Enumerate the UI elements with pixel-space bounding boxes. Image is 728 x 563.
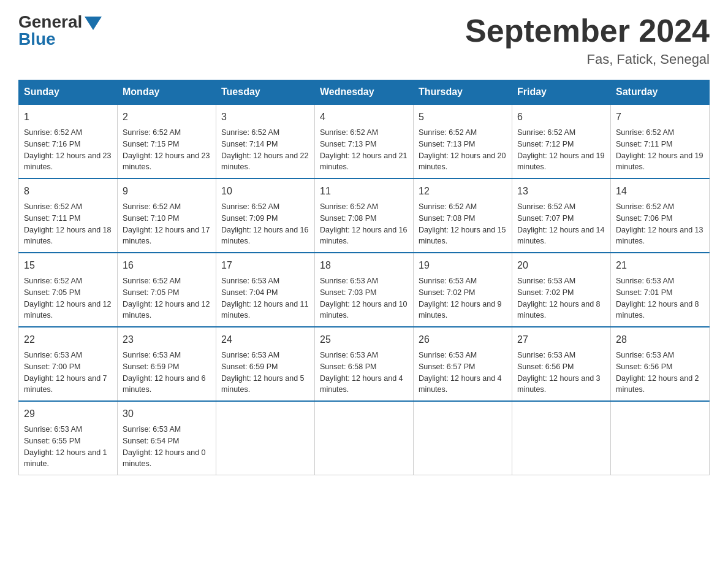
- day-info: Sunrise: 6:52 AMSunset: 7:05 PMDaylight:…: [123, 275, 211, 321]
- day-number: 29: [24, 407, 112, 421]
- day-info: Sunrise: 6:52 AMSunset: 7:12 PMDaylight:…: [517, 127, 605, 173]
- day-info: Sunrise: 6:52 AMSunset: 7:15 PMDaylight:…: [123, 127, 211, 173]
- calendar-cell: 28Sunrise: 6:53 AMSunset: 6:56 PMDayligh…: [611, 327, 710, 401]
- calendar-cell: 3Sunrise: 6:52 AMSunset: 7:14 PMDaylight…: [216, 104, 315, 178]
- day-number: 19: [419, 258, 507, 273]
- location-subtitle: Fas, Fatick, Senegal: [465, 52, 710, 67]
- day-info: Sunrise: 6:52 AMSunset: 7:07 PMDaylight:…: [517, 201, 605, 247]
- logo: General Blue: [18, 12, 102, 49]
- day-info: Sunrise: 6:52 AMSunset: 7:10 PMDaylight:…: [123, 201, 211, 247]
- page-header: General Blue September 2024 Fas, Fatick,…: [18, 12, 710, 67]
- calendar-cell: 1Sunrise: 6:52 AMSunset: 7:16 PMDaylight…: [19, 104, 118, 178]
- day-number: 3: [221, 110, 309, 124]
- calendar-cell: 4Sunrise: 6:52 AMSunset: 7:13 PMDaylight…: [315, 104, 414, 178]
- weekday-header-thursday: Thursday: [414, 80, 512, 105]
- calendar-cell: 25Sunrise: 6:53 AMSunset: 6:58 PMDayligh…: [315, 327, 414, 401]
- day-info: Sunrise: 6:52 AMSunset: 7:13 PMDaylight:…: [419, 127, 507, 173]
- day-number: 21: [616, 258, 704, 273]
- day-number: 27: [517, 332, 605, 347]
- calendar-cell: 11Sunrise: 6:52 AMSunset: 7:08 PMDayligh…: [315, 178, 414, 253]
- day-number: 17: [221, 258, 309, 273]
- day-info: Sunrise: 6:53 AMSunset: 7:03 PMDaylight:…: [320, 275, 408, 321]
- calendar-cell: 18Sunrise: 6:53 AMSunset: 7:03 PMDayligh…: [315, 253, 414, 327]
- day-info: Sunrise: 6:52 AMSunset: 7:08 PMDaylight:…: [320, 201, 408, 247]
- day-number: 15: [24, 258, 112, 273]
- day-info: Sunrise: 6:53 AMSunset: 7:02 PMDaylight:…: [517, 275, 605, 321]
- day-number: 30: [123, 407, 211, 421]
- calendar-cell: 15Sunrise: 6:52 AMSunset: 7:05 PMDayligh…: [19, 253, 118, 327]
- day-number: 23: [123, 332, 211, 347]
- day-info: Sunrise: 6:52 AMSunset: 7:13 PMDaylight:…: [320, 127, 408, 173]
- calendar-cell: 13Sunrise: 6:52 AMSunset: 7:07 PMDayligh…: [512, 178, 611, 253]
- day-info: Sunrise: 6:52 AMSunset: 7:16 PMDaylight:…: [24, 127, 112, 173]
- day-number: 22: [24, 332, 112, 347]
- calendar-cell: 6Sunrise: 6:52 AMSunset: 7:12 PMDaylight…: [512, 104, 611, 178]
- calendar-cell: [512, 401, 611, 475]
- calendar-cell: 27Sunrise: 6:53 AMSunset: 6:56 PMDayligh…: [512, 327, 611, 401]
- day-info: Sunrise: 6:53 AMSunset: 7:01 PMDaylight:…: [616, 275, 704, 321]
- week-row-3: 15Sunrise: 6:52 AMSunset: 7:05 PMDayligh…: [19, 253, 710, 327]
- day-info: Sunrise: 6:52 AMSunset: 7:11 PMDaylight:…: [24, 201, 112, 247]
- day-number: 5: [419, 110, 507, 124]
- day-info: Sunrise: 6:52 AMSunset: 7:11 PMDaylight:…: [616, 127, 704, 173]
- day-number: 9: [123, 184, 211, 199]
- calendar-cell: 24Sunrise: 6:53 AMSunset: 6:59 PMDayligh…: [216, 327, 315, 401]
- calendar-cell: 21Sunrise: 6:53 AMSunset: 7:01 PMDayligh…: [611, 253, 710, 327]
- day-number: 8: [24, 184, 112, 199]
- calendar-cell: 20Sunrise: 6:53 AMSunset: 7:02 PMDayligh…: [512, 253, 611, 327]
- calendar-cell: [216, 401, 315, 475]
- day-info: Sunrise: 6:53 AMSunset: 6:56 PMDaylight:…: [517, 350, 605, 396]
- weekday-header-tuesday: Tuesday: [216, 80, 315, 105]
- day-info: Sunrise: 6:53 AMSunset: 6:59 PMDaylight:…: [221, 350, 309, 396]
- calendar-cell: [315, 401, 414, 475]
- week-row-1: 1Sunrise: 6:52 AMSunset: 7:16 PMDaylight…: [19, 104, 710, 178]
- calendar-cell: [611, 401, 710, 475]
- day-number: 4: [320, 110, 408, 124]
- day-info: Sunrise: 6:53 AMSunset: 7:02 PMDaylight:…: [419, 275, 507, 321]
- calendar-cell: [414, 401, 512, 475]
- weekday-header-row: SundayMondayTuesdayWednesdayThursdayFrid…: [19, 80, 710, 105]
- day-info: Sunrise: 6:53 AMSunset: 7:04 PMDaylight:…: [221, 275, 309, 321]
- weekday-header-saturday: Saturday: [611, 80, 710, 105]
- day-number: 13: [517, 184, 605, 199]
- calendar-cell: 29Sunrise: 6:53 AMSunset: 6:55 PMDayligh…: [19, 401, 118, 475]
- calendar-cell: 19Sunrise: 6:53 AMSunset: 7:02 PMDayligh…: [414, 253, 512, 327]
- week-row-4: 22Sunrise: 6:53 AMSunset: 7:00 PMDayligh…: [19, 327, 710, 401]
- day-info: Sunrise: 6:53 AMSunset: 6:55 PMDaylight:…: [24, 424, 112, 470]
- day-number: 24: [221, 332, 309, 347]
- calendar-cell: 8Sunrise: 6:52 AMSunset: 7:11 PMDaylight…: [19, 178, 118, 253]
- weekday-header-friday: Friday: [512, 80, 611, 105]
- calendar-cell: 14Sunrise: 6:52 AMSunset: 7:06 PMDayligh…: [611, 178, 710, 253]
- day-number: 14: [616, 184, 704, 199]
- day-number: 18: [320, 258, 408, 273]
- calendar-cell: 10Sunrise: 6:52 AMSunset: 7:09 PMDayligh…: [216, 178, 315, 253]
- calendar-cell: 17Sunrise: 6:53 AMSunset: 7:04 PMDayligh…: [216, 253, 315, 327]
- calendar-cell: 22Sunrise: 6:53 AMSunset: 7:00 PMDayligh…: [19, 327, 118, 401]
- calendar-cell: 7Sunrise: 6:52 AMSunset: 7:11 PMDaylight…: [611, 104, 710, 178]
- day-info: Sunrise: 6:52 AMSunset: 7:06 PMDaylight:…: [616, 201, 704, 247]
- day-number: 25: [320, 332, 408, 347]
- weekday-header-wednesday: Wednesday: [315, 80, 414, 105]
- month-title: September 2024: [465, 12, 710, 49]
- day-number: 16: [123, 258, 211, 273]
- day-info: Sunrise: 6:53 AMSunset: 7:00 PMDaylight:…: [24, 350, 112, 396]
- day-info: Sunrise: 6:53 AMSunset: 6:57 PMDaylight:…: [419, 350, 507, 396]
- weekday-header-sunday: Sunday: [19, 80, 118, 105]
- logo-triangle-icon: [85, 17, 102, 30]
- day-number: 20: [517, 258, 605, 273]
- day-number: 11: [320, 184, 408, 199]
- day-number: 6: [517, 110, 605, 124]
- day-info: Sunrise: 6:52 AMSunset: 7:08 PMDaylight:…: [419, 201, 507, 247]
- logo-blue-text: Blue: [18, 29, 56, 49]
- day-info: Sunrise: 6:52 AMSunset: 7:09 PMDaylight:…: [221, 201, 309, 247]
- calendar-cell: 16Sunrise: 6:52 AMSunset: 7:05 PMDayligh…: [118, 253, 216, 327]
- calendar-cell: 9Sunrise: 6:52 AMSunset: 7:10 PMDaylight…: [118, 178, 216, 253]
- week-row-2: 8Sunrise: 6:52 AMSunset: 7:11 PMDaylight…: [19, 178, 710, 253]
- day-number: 28: [616, 332, 704, 347]
- week-row-5: 29Sunrise: 6:53 AMSunset: 6:55 PMDayligh…: [19, 401, 710, 475]
- day-number: 2: [123, 110, 211, 124]
- title-section: September 2024 Fas, Fatick, Senegal: [465, 12, 710, 67]
- calendar-cell: 23Sunrise: 6:53 AMSunset: 6:59 PMDayligh…: [118, 327, 216, 401]
- calendar-cell: 26Sunrise: 6:53 AMSunset: 6:57 PMDayligh…: [414, 327, 512, 401]
- calendar-cell: 12Sunrise: 6:52 AMSunset: 7:08 PMDayligh…: [414, 178, 512, 253]
